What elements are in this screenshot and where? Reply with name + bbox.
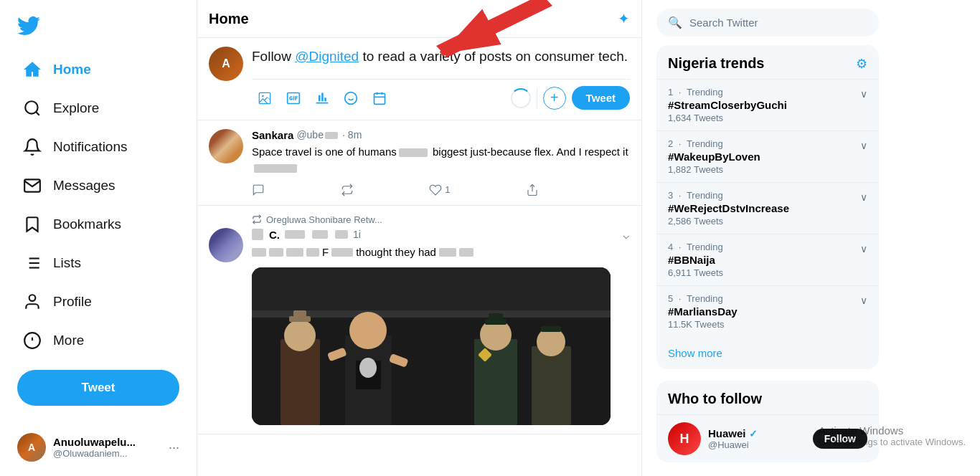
tweet-avatar xyxy=(209,129,243,163)
envelope-icon xyxy=(23,176,42,195)
reply-action[interactable] xyxy=(252,184,265,196)
trend-count-2: 1,882 Tweets xyxy=(668,164,860,175)
search-input-wrap[interactable]: 🔍 xyxy=(656,9,879,37)
who-to-follow-box: Who to follow H Huawei ✓ @Huawei Follow xyxy=(656,381,879,462)
trend-meta-1: 1 · Trending xyxy=(668,87,860,97)
tweet-actions: 1 xyxy=(252,184,539,196)
bookmark-icon xyxy=(23,215,42,234)
trend-item-4[interactable]: 4 · Trending #BBNaija 6,911 Tweets ∨ xyxy=(656,234,879,285)
trend-left-4: 4 · Trending #BBNaija 6,911 Tweets xyxy=(668,242,860,278)
tweet-button[interactable]: Tweet xyxy=(17,370,179,406)
trend-item-1[interactable]: 1 · Trending #StreamCloserbyGuchi 1,634 … xyxy=(656,79,879,130)
wtf-handle-huawei: @Huawei xyxy=(708,439,806,450)
svg-point-29 xyxy=(284,320,316,351)
retweet-action[interactable] xyxy=(341,184,354,196)
main-feed: Home ✦ A Follow @Dignited to read a vari… xyxy=(197,0,642,476)
wtf-title: Who to follow xyxy=(668,391,762,406)
tweet-options[interactable]: ⌵ xyxy=(623,228,630,242)
trend-chevron-3: ∨ xyxy=(860,191,867,203)
compose-toolbar: + Tweet xyxy=(252,79,630,111)
trend-left-5: 5 · Trending #MarliansDay 11.5K Tweets xyxy=(668,293,860,330)
trend-chevron-4: ∨ xyxy=(860,243,867,254)
follow-button-huawei[interactable]: Follow xyxy=(813,429,867,449)
nav-item-notifications[interactable]: Notifications xyxy=(11,129,185,165)
trend-name-5: #MarliansDay xyxy=(668,305,860,318)
trend-item-2[interactable]: 2 · Trending #WakeupByLoven 1,882 Tweets… xyxy=(656,130,879,182)
tweet-handle: @ube xyxy=(296,129,339,141)
like-count: 1 xyxy=(445,184,450,195)
verified-badge: ✓ xyxy=(749,428,758,439)
trend-count-3: 2,586 Tweets xyxy=(668,216,860,227)
svg-point-35 xyxy=(359,358,377,378)
compose-text-after: to read a variety of posts on consumer t… xyxy=(359,49,628,64)
user-info: Anuoluwapelu... @Oluwadaniem... xyxy=(53,436,161,459)
retweet-label: Oregluwa Shonibare Retw... xyxy=(252,214,630,225)
trend-count-1: 1,634 Tweets xyxy=(668,113,860,123)
toolbar-icons xyxy=(252,85,392,111)
user-icon xyxy=(23,292,42,311)
toolbar-right: + Tweet xyxy=(511,86,630,110)
svg-point-33 xyxy=(349,312,387,349)
nav-item-lists[interactable]: Lists xyxy=(11,245,185,281)
tweet-user-row-2: C. 1i ⌵ xyxy=(252,228,630,242)
trend-chevron-2: ∨ xyxy=(860,140,867,151)
user-profile-menu[interactable]: A Anuoluwapelu... @Oluwadaniem... ··· xyxy=(11,424,185,470)
nav-item-messages[interactable]: Messages xyxy=(11,168,185,204)
like-action[interactable]: 1 xyxy=(429,184,450,196)
tweet-dot: · xyxy=(342,129,345,141)
user-menu-chevron: ··· xyxy=(169,440,179,455)
search-bar: 🔍 xyxy=(656,6,879,45)
add-tweet-button[interactable]: + xyxy=(543,87,566,110)
toolbar-divider xyxy=(537,88,537,108)
search-input[interactable] xyxy=(689,16,867,29)
wtf-avatar-huawei: H xyxy=(668,422,701,455)
twitter-logo[interactable] xyxy=(11,6,185,49)
explore-icon xyxy=(23,99,42,118)
tweet-text-2: F thought they had xyxy=(252,244,630,261)
trends-box: Nigeria trends ⚙ 1 · Trending #StreamClo… xyxy=(656,45,879,369)
nav-item-more[interactable]: More xyxy=(11,323,185,358)
compose-text[interactable]: Follow @Dignited to read a variety of po… xyxy=(252,47,630,73)
svg-point-16 xyxy=(345,92,357,104)
avatar: A xyxy=(17,433,46,462)
trend-count-4: 6,911 Tweets xyxy=(668,267,860,278)
image-upload-icon[interactable] xyxy=(252,85,278,111)
wtf-info-huawei: Huawei ✓ @Huawei xyxy=(708,427,806,450)
show-more-link[interactable]: Show more xyxy=(656,337,879,369)
page-title: Home xyxy=(209,11,249,27)
nav-item-profile[interactable]: Profile xyxy=(11,284,185,320)
left-sidebar: Home Explore Notifications Messages Book… xyxy=(0,0,197,476)
settings-icon[interactable]: ⚙ xyxy=(856,56,867,72)
nav-item-home[interactable]: Home xyxy=(11,52,185,87)
gif-image xyxy=(252,267,611,425)
tweet-body-2: C. 1i ⌵ F thought they had xyxy=(252,228,630,426)
main-header: Home ✦ xyxy=(197,0,641,38)
trend-meta-4: 4 · Trending xyxy=(668,242,860,252)
compose-mention[interactable]: @Dignited xyxy=(295,49,359,64)
tweet-header: Sankara @ube · 8m Space travel is one of… xyxy=(209,129,630,196)
compose-text-before: Follow xyxy=(252,49,295,64)
home-icon xyxy=(23,60,42,79)
emoji-icon[interactable] xyxy=(338,85,364,111)
share-action[interactable] xyxy=(526,184,539,196)
wtf-item-huawei[interactable]: H Huawei ✓ @Huawei Follow xyxy=(656,414,879,462)
more-icon xyxy=(23,331,42,350)
svg-line-1 xyxy=(36,112,39,115)
trend-name-3: #WeRejectDstvIncrease xyxy=(668,202,860,214)
trend-meta-5: 5 · Trending xyxy=(668,293,860,304)
poll-icon[interactable] xyxy=(309,85,335,111)
nav-item-explore[interactable]: Explore xyxy=(11,90,185,126)
character-counter xyxy=(511,88,531,108)
svg-rect-41 xyxy=(532,346,571,425)
sparkle-icon[interactable]: ✦ xyxy=(618,10,630,27)
trend-item-5[interactable]: 5 · Trending #MarliansDay 11.5K Tweets ∨ xyxy=(656,285,879,337)
trend-item-3[interactable]: 3 · Trending #WeRejectDstvIncrease 2,586… xyxy=(656,182,879,234)
list-icon xyxy=(23,254,42,272)
tweet-card-2[interactable]: Oregluwa Shonibare Retw... C. 1i ⌵ xyxy=(197,206,641,435)
tweet-submit-button[interactable]: Tweet xyxy=(572,86,630,110)
nav-item-bookmarks[interactable]: Bookmarks xyxy=(11,206,185,242)
gif-icon[interactable] xyxy=(281,85,306,111)
schedule-icon[interactable] xyxy=(367,85,392,111)
main-nav: Home Explore Notifications Messages Book… xyxy=(11,52,185,361)
tweet-card[interactable]: Sankara @ube · 8m Space travel is one of… xyxy=(197,120,641,206)
